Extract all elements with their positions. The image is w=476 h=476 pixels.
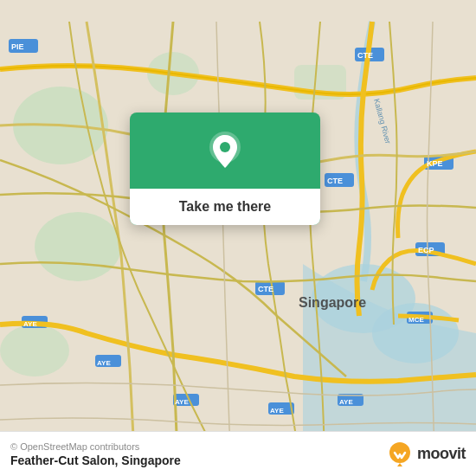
copyright-text: © OpenStreetMap contributors xyxy=(10,441,181,452)
take-me-there-button[interactable]: Take me there xyxy=(130,189,320,225)
svg-text:CTE: CTE xyxy=(327,177,343,185)
svg-text:ECP: ECP xyxy=(418,246,434,254)
pin-icon xyxy=(204,130,246,171)
svg-text:MCE: MCE xyxy=(408,316,424,324)
svg-text:Singapore: Singapore xyxy=(299,295,366,310)
location-name: Feather-Cut Salon, Singapore xyxy=(10,453,181,467)
svg-text:AYE: AYE xyxy=(270,407,284,415)
moovit-icon xyxy=(386,441,414,468)
svg-text:CTE: CTE xyxy=(258,285,273,293)
svg-text:AYE: AYE xyxy=(23,320,37,328)
moovit-logo: moovit xyxy=(386,441,466,468)
bottom-bar: © OpenStreetMap contributors Feather-Cut… xyxy=(0,431,476,476)
svg-point-5 xyxy=(0,325,69,376)
map-background: Singapore Kallang River PIE CTE CTE CTE … xyxy=(0,0,476,476)
svg-text:PIE: PIE xyxy=(11,42,24,51)
svg-point-36 xyxy=(220,142,230,152)
svg-point-4 xyxy=(35,212,121,281)
svg-text:AYE: AYE xyxy=(97,359,111,367)
svg-text:AYE: AYE xyxy=(339,398,353,406)
moovit-text: moovit xyxy=(417,445,466,463)
svg-text:CTE: CTE xyxy=(357,51,373,60)
svg-text:AYE: AYE xyxy=(175,398,189,406)
bottom-left: © OpenStreetMap contributors Feather-Cut… xyxy=(10,441,181,467)
svg-text:KPE: KPE xyxy=(427,159,443,168)
map-container: Singapore Kallang River PIE CTE CTE CTE … xyxy=(0,0,476,476)
location-card: Take me there xyxy=(130,113,320,225)
map-svg: Singapore Kallang River PIE CTE CTE CTE … xyxy=(0,0,476,476)
svg-point-37 xyxy=(389,442,410,463)
